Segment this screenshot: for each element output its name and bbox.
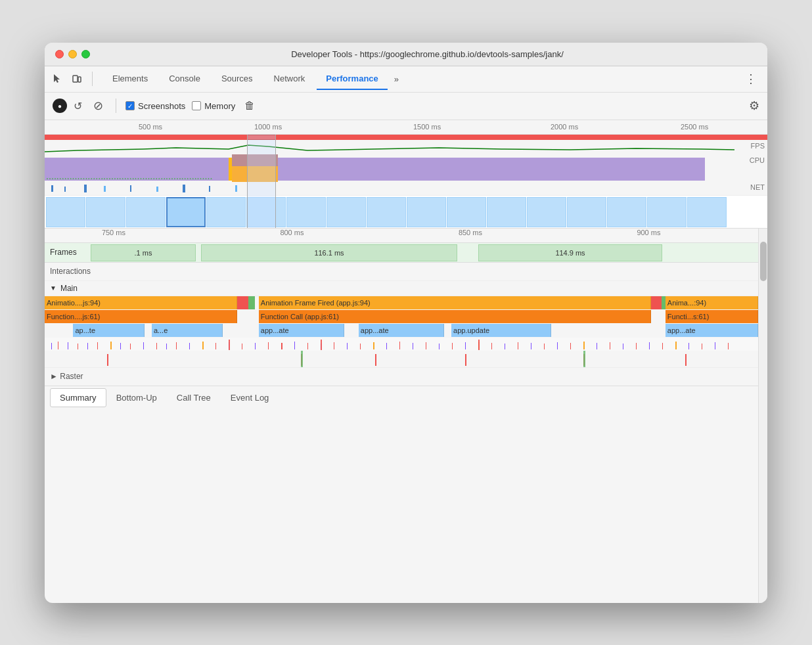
tab-summary[interactable]: Summary bbox=[50, 388, 106, 407]
frame-entry-1[interactable]: .1 ms bbox=[91, 244, 196, 261]
flame-block-anim-2[interactable]: Animation Frame Fired (app.js:94) bbox=[259, 296, 651, 309]
main-label: Main bbox=[60, 284, 78, 293]
svg-rect-30 bbox=[202, 342, 204, 349]
track-panel: 750 ms 800 ms 850 ms 900 ms Frames .1 ms… bbox=[45, 229, 758, 603]
svg-rect-68 bbox=[702, 344, 702, 349]
svg-rect-72 bbox=[321, 340, 322, 350]
svg-rect-79 bbox=[685, 354, 687, 366]
frames-row: Frames .1 ms 116.1 ms 114.9 ms bbox=[45, 243, 758, 263]
svg-rect-23 bbox=[120, 343, 121, 349]
svg-rect-64 bbox=[649, 342, 650, 349]
clear-button[interactable]: ⊘ bbox=[93, 99, 106, 112]
memory-checkbox[interactable] bbox=[192, 101, 201, 110]
svg-rect-27 bbox=[166, 344, 167, 349]
svg-rect-65 bbox=[662, 343, 663, 349]
flame-block-app-2[interactable]: a...e bbox=[152, 324, 223, 337]
svg-rect-14 bbox=[209, 186, 210, 192]
scrollbar[interactable] bbox=[758, 229, 767, 603]
tab-event-log[interactable]: Event Log bbox=[221, 388, 279, 407]
memory-label: Memory bbox=[204, 101, 235, 111]
main-section-header[interactable]: ▼ Main bbox=[45, 281, 758, 296]
svg-rect-29 bbox=[189, 343, 190, 349]
toolbar: ● ↺ ⊘ ✓ Screenshots Memory 🗑 ⚙ bbox=[45, 93, 767, 120]
flame-row-3: ap...te a...e app...ate app...ate app.up… bbox=[45, 324, 758, 337]
overview-panel[interactable]: 500 ms 1000 ms 1500 ms 2000 ms 2500 ms F… bbox=[45, 120, 767, 229]
svg-rect-35 bbox=[268, 342, 269, 349]
overview-canvas[interactable]: FPS ▲▲▲▲▲▲▲▲▲▲▲▲▲▲▲▲▲▲▲▲▲▲▲▲▲▲▲▲▲▲▲▲▲▲▲▲… bbox=[45, 135, 767, 229]
reload-button[interactable]: ↺ bbox=[74, 99, 87, 112]
cursor-icon[interactable] bbox=[50, 72, 64, 86]
collapse-icon[interactable]: ▼ bbox=[50, 284, 56, 292]
svg-rect-77 bbox=[465, 354, 466, 366]
tab-console[interactable]: Console bbox=[160, 68, 210, 90]
scrollbar-thumb[interactable] bbox=[760, 242, 767, 281]
detail-time-800: 800 ms bbox=[280, 229, 304, 236]
screenshots-checkbox-label[interactable]: ✓ Screenshots bbox=[125, 101, 185, 111]
raster-row[interactable]: ► Raster bbox=[45, 367, 758, 386]
time-label-1500: 1500 ms bbox=[413, 123, 441, 131]
svg-rect-17 bbox=[58, 342, 58, 349]
tab-network[interactable]: Network bbox=[265, 68, 315, 90]
svg-rect-59 bbox=[583, 342, 585, 349]
maximize-button[interactable] bbox=[81, 50, 90, 58]
svg-rect-25 bbox=[143, 342, 144, 349]
svg-rect-18 bbox=[68, 342, 68, 349]
tab-performance[interactable]: Performance bbox=[317, 68, 387, 90]
trash-button[interactable]: 🗑 bbox=[244, 100, 255, 112]
flame-block-app-5[interactable]: app.update bbox=[451, 324, 551, 337]
settings-button[interactable]: ⚙ bbox=[749, 99, 759, 113]
svg-rect-80 bbox=[301, 351, 303, 367]
svg-rect-22 bbox=[110, 342, 112, 349]
time-label-2000: 2000 ms bbox=[551, 123, 578, 131]
menu-dots[interactable]: ⋮ bbox=[740, 69, 762, 89]
svg-rect-38 bbox=[307, 343, 308, 349]
flame-block-anim-1[interactable]: Animatio....js:94) bbox=[45, 296, 237, 309]
raster-label: ► Raster bbox=[50, 372, 83, 381]
svg-rect-69 bbox=[715, 342, 715, 349]
devtools-window: Developer Tools - https://googlechrome.g… bbox=[45, 43, 767, 603]
svg-rect-81 bbox=[583, 351, 585, 367]
svg-rect-50 bbox=[465, 342, 466, 349]
svg-rect-62 bbox=[623, 344, 623, 349]
svg-rect-67 bbox=[688, 343, 689, 349]
svg-rect-20 bbox=[87, 343, 88, 349]
svg-rect-15 bbox=[235, 185, 237, 192]
tab-call-tree[interactable]: Call Tree bbox=[167, 388, 221, 407]
flame-block-app-3[interactable]: app...ate bbox=[259, 324, 344, 337]
tab-elements[interactable]: Elements bbox=[103, 68, 157, 90]
flame-block-func-3[interactable]: Functi...s:61) bbox=[665, 310, 758, 323]
tab-bottom-up[interactable]: Bottom-Up bbox=[106, 388, 167, 407]
svg-rect-9 bbox=[84, 185, 87, 192]
flame-block-app-4[interactable]: app...ate bbox=[359, 324, 444, 337]
close-button[interactable] bbox=[55, 50, 64, 58]
flame-block-func-2[interactable]: Function Call (app.js:61) bbox=[259, 310, 651, 323]
svg-rect-37 bbox=[294, 342, 295, 349]
flame-block-app-6[interactable]: app...ate bbox=[665, 324, 758, 337]
frame-entry-2[interactable]: 116.1 ms bbox=[201, 244, 457, 261]
memory-checkbox-label[interactable]: Memory bbox=[192, 101, 235, 111]
svg-rect-73 bbox=[478, 340, 480, 350]
overview-time-ruler: 500 ms 1000 ms 1500 ms 2000 ms 2500 ms bbox=[45, 120, 767, 135]
svg-rect-46 bbox=[413, 343, 413, 349]
flame-chart: Animatio....js:94) Animation Frame Fired… bbox=[45, 296, 758, 367]
flame-block-app-1[interactable]: ap...te bbox=[73, 324, 145, 337]
screenshots-checkbox[interactable]: ✓ bbox=[125, 101, 135, 110]
frame-entry-3[interactable]: 114.9 ms bbox=[478, 244, 662, 261]
svg-rect-47 bbox=[426, 342, 426, 349]
device-icon[interactable] bbox=[70, 72, 84, 86]
time-label-2500: 2500 ms bbox=[681, 123, 708, 131]
record-button[interactable]: ● bbox=[53, 99, 67, 113]
toolbar-divider bbox=[116, 99, 116, 113]
minimize-button[interactable] bbox=[68, 50, 77, 58]
tab-sources[interactable]: Sources bbox=[212, 68, 262, 90]
flame-block-func-1[interactable]: Function....js:61) bbox=[45, 310, 237, 323]
svg-rect-36 bbox=[281, 343, 282, 349]
frames-label: Frames bbox=[50, 248, 89, 257]
interactions-row: Interactions bbox=[45, 263, 758, 281]
tab-more[interactable]: » bbox=[390, 72, 403, 87]
svg-rect-42 bbox=[360, 344, 361, 349]
svg-rect-0 bbox=[73, 76, 78, 82]
svg-rect-5 bbox=[232, 154, 278, 166]
traffic-lights bbox=[55, 50, 90, 58]
flame-block-anim-3[interactable]: Anima...:94) bbox=[665, 296, 758, 309]
